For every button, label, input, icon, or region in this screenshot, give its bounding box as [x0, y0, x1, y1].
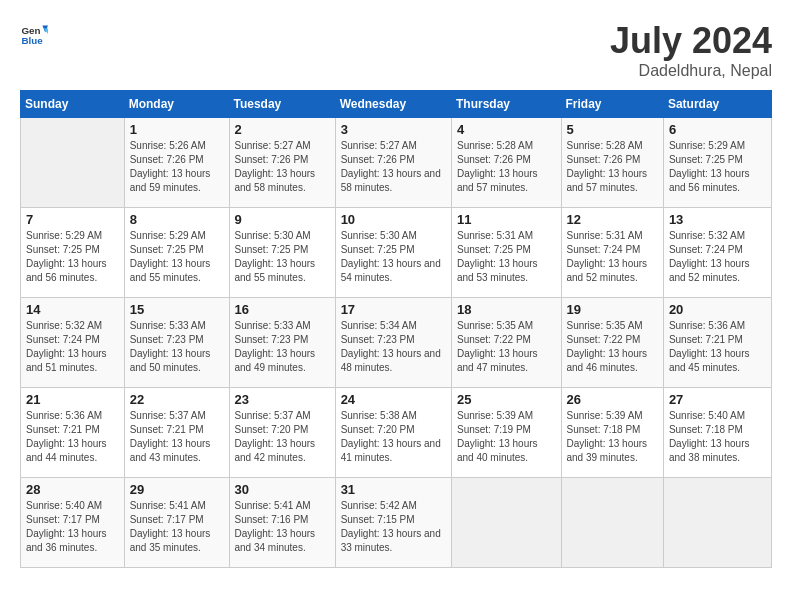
day-info: Sunrise: 5:35 AMSunset: 7:22 PMDaylight:… [567, 320, 648, 373]
day-info: Sunrise: 5:27 AMSunset: 7:26 PMDaylight:… [341, 140, 441, 193]
day-info: Sunrise: 5:36 AMSunset: 7:21 PMDaylight:… [26, 410, 107, 463]
calendar-week-row: 14 Sunrise: 5:32 AMSunset: 7:24 PMDaylig… [21, 298, 772, 388]
calendar-cell: 10 Sunrise: 5:30 AMSunset: 7:25 PMDaylig… [335, 208, 451, 298]
day-info: Sunrise: 5:37 AMSunset: 7:20 PMDaylight:… [235, 410, 316, 463]
calendar-cell: 19 Sunrise: 5:35 AMSunset: 7:22 PMDaylig… [561, 298, 663, 388]
title-block: July 2024 Dadeldhura, Nepal [610, 20, 772, 80]
day-info: Sunrise: 5:31 AMSunset: 7:24 PMDaylight:… [567, 230, 648, 283]
calendar-cell: 22 Sunrise: 5:37 AMSunset: 7:21 PMDaylig… [124, 388, 229, 478]
calendar-cell: 16 Sunrise: 5:33 AMSunset: 7:23 PMDaylig… [229, 298, 335, 388]
day-number: 13 [669, 212, 766, 227]
calendar-cell: 28 Sunrise: 5:40 AMSunset: 7:17 PMDaylig… [21, 478, 125, 568]
day-info: Sunrise: 5:32 AMSunset: 7:24 PMDaylight:… [669, 230, 750, 283]
day-number: 26 [567, 392, 658, 407]
day-info: Sunrise: 5:29 AMSunset: 7:25 PMDaylight:… [669, 140, 750, 193]
day-number: 27 [669, 392, 766, 407]
calendar-week-row: 21 Sunrise: 5:36 AMSunset: 7:21 PMDaylig… [21, 388, 772, 478]
day-number: 31 [341, 482, 446, 497]
weekday-header-sunday: Sunday [21, 91, 125, 118]
day-info: Sunrise: 5:30 AMSunset: 7:25 PMDaylight:… [235, 230, 316, 283]
day-number: 15 [130, 302, 224, 317]
day-info: Sunrise: 5:27 AMSunset: 7:26 PMDaylight:… [235, 140, 316, 193]
weekday-header-row: SundayMondayTuesdayWednesdayThursdayFrid… [21, 91, 772, 118]
day-info: Sunrise: 5:39 AMSunset: 7:18 PMDaylight:… [567, 410, 648, 463]
day-number: 16 [235, 302, 330, 317]
calendar-cell: 27 Sunrise: 5:40 AMSunset: 7:18 PMDaylig… [663, 388, 771, 478]
day-number: 8 [130, 212, 224, 227]
calendar-cell: 21 Sunrise: 5:36 AMSunset: 7:21 PMDaylig… [21, 388, 125, 478]
day-number: 21 [26, 392, 119, 407]
calendar-cell [561, 478, 663, 568]
day-info: Sunrise: 5:36 AMSunset: 7:21 PMDaylight:… [669, 320, 750, 373]
calendar-cell: 18 Sunrise: 5:35 AMSunset: 7:22 PMDaylig… [451, 298, 561, 388]
calendar-cell: 17 Sunrise: 5:34 AMSunset: 7:23 PMDaylig… [335, 298, 451, 388]
day-number: 18 [457, 302, 556, 317]
calendar-cell: 12 Sunrise: 5:31 AMSunset: 7:24 PMDaylig… [561, 208, 663, 298]
day-number: 23 [235, 392, 330, 407]
day-info: Sunrise: 5:33 AMSunset: 7:23 PMDaylight:… [235, 320, 316, 373]
day-info: Sunrise: 5:32 AMSunset: 7:24 PMDaylight:… [26, 320, 107, 373]
calendar-week-row: 28 Sunrise: 5:40 AMSunset: 7:17 PMDaylig… [21, 478, 772, 568]
day-info: Sunrise: 5:38 AMSunset: 7:20 PMDaylight:… [341, 410, 441, 463]
day-info: Sunrise: 5:40 AMSunset: 7:18 PMDaylight:… [669, 410, 750, 463]
calendar-cell: 15 Sunrise: 5:33 AMSunset: 7:23 PMDaylig… [124, 298, 229, 388]
day-number: 5 [567, 122, 658, 137]
day-info: Sunrise: 5:29 AMSunset: 7:25 PMDaylight:… [26, 230, 107, 283]
logo: Gen Blue [20, 20, 48, 48]
weekday-header-friday: Friday [561, 91, 663, 118]
calendar-cell: 23 Sunrise: 5:37 AMSunset: 7:20 PMDaylig… [229, 388, 335, 478]
day-number: 17 [341, 302, 446, 317]
day-info: Sunrise: 5:28 AMSunset: 7:26 PMDaylight:… [567, 140, 648, 193]
month-year-title: July 2024 [610, 20, 772, 62]
calendar-cell [663, 478, 771, 568]
calendar-cell: 11 Sunrise: 5:31 AMSunset: 7:25 PMDaylig… [451, 208, 561, 298]
day-info: Sunrise: 5:41 AMSunset: 7:17 PMDaylight:… [130, 500, 211, 553]
calendar-cell: 29 Sunrise: 5:41 AMSunset: 7:17 PMDaylig… [124, 478, 229, 568]
calendar-cell: 24 Sunrise: 5:38 AMSunset: 7:20 PMDaylig… [335, 388, 451, 478]
calendar-cell: 9 Sunrise: 5:30 AMSunset: 7:25 PMDayligh… [229, 208, 335, 298]
calendar-cell [451, 478, 561, 568]
calendar-cell: 14 Sunrise: 5:32 AMSunset: 7:24 PMDaylig… [21, 298, 125, 388]
day-number: 20 [669, 302, 766, 317]
calendar-cell: 5 Sunrise: 5:28 AMSunset: 7:26 PMDayligh… [561, 118, 663, 208]
calendar-cell: 30 Sunrise: 5:41 AMSunset: 7:16 PMDaylig… [229, 478, 335, 568]
calendar-cell: 26 Sunrise: 5:39 AMSunset: 7:18 PMDaylig… [561, 388, 663, 478]
day-number: 19 [567, 302, 658, 317]
weekday-header-tuesday: Tuesday [229, 91, 335, 118]
generalblue-logo-icon: Gen Blue [20, 20, 48, 48]
page-header: Gen Blue July 2024 Dadeldhura, Nepal [20, 20, 772, 80]
calendar-cell: 2 Sunrise: 5:27 AMSunset: 7:26 PMDayligh… [229, 118, 335, 208]
day-number: 11 [457, 212, 556, 227]
svg-text:Blue: Blue [21, 35, 43, 46]
calendar-cell: 8 Sunrise: 5:29 AMSunset: 7:25 PMDayligh… [124, 208, 229, 298]
day-number: 10 [341, 212, 446, 227]
calendar-cell: 6 Sunrise: 5:29 AMSunset: 7:25 PMDayligh… [663, 118, 771, 208]
day-number: 25 [457, 392, 556, 407]
day-info: Sunrise: 5:35 AMSunset: 7:22 PMDaylight:… [457, 320, 538, 373]
calendar-week-row: 7 Sunrise: 5:29 AMSunset: 7:25 PMDayligh… [21, 208, 772, 298]
day-info: Sunrise: 5:31 AMSunset: 7:25 PMDaylight:… [457, 230, 538, 283]
day-number: 22 [130, 392, 224, 407]
day-number: 14 [26, 302, 119, 317]
calendar-cell: 1 Sunrise: 5:26 AMSunset: 7:26 PMDayligh… [124, 118, 229, 208]
calendar-cell: 20 Sunrise: 5:36 AMSunset: 7:21 PMDaylig… [663, 298, 771, 388]
day-info: Sunrise: 5:28 AMSunset: 7:26 PMDaylight:… [457, 140, 538, 193]
day-info: Sunrise: 5:30 AMSunset: 7:25 PMDaylight:… [341, 230, 441, 283]
day-number: 9 [235, 212, 330, 227]
weekday-header-saturday: Saturday [663, 91, 771, 118]
day-number: 28 [26, 482, 119, 497]
day-info: Sunrise: 5:40 AMSunset: 7:17 PMDaylight:… [26, 500, 107, 553]
calendar-cell: 31 Sunrise: 5:42 AMSunset: 7:15 PMDaylig… [335, 478, 451, 568]
weekday-header-thursday: Thursday [451, 91, 561, 118]
day-info: Sunrise: 5:34 AMSunset: 7:23 PMDaylight:… [341, 320, 441, 373]
day-number: 3 [341, 122, 446, 137]
calendar-cell [21, 118, 125, 208]
day-number: 29 [130, 482, 224, 497]
day-number: 1 [130, 122, 224, 137]
calendar-cell: 4 Sunrise: 5:28 AMSunset: 7:26 PMDayligh… [451, 118, 561, 208]
calendar-table: SundayMondayTuesdayWednesdayThursdayFrid… [20, 90, 772, 568]
day-info: Sunrise: 5:39 AMSunset: 7:19 PMDaylight:… [457, 410, 538, 463]
day-number: 12 [567, 212, 658, 227]
day-number: 4 [457, 122, 556, 137]
day-info: Sunrise: 5:26 AMSunset: 7:26 PMDaylight:… [130, 140, 211, 193]
